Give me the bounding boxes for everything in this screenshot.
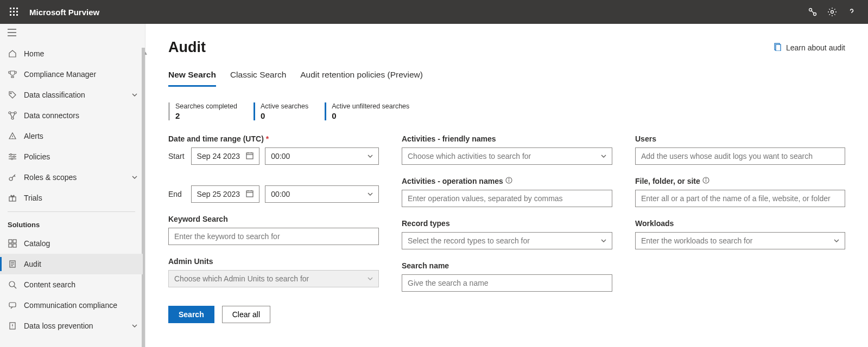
calendar-icon — [246, 190, 254, 199]
waffle-icon[interactable] — [7, 4, 22, 20]
sidebar-item-data-connectors[interactable]: Data connectors — [0, 105, 143, 126]
sidebar-item-roles-scopes[interactable]: Roles & scopes — [0, 167, 143, 188]
users-label: Users — [635, 134, 845, 143]
stat-active-searches: Active searches 0 — [254, 102, 308, 120]
gift-icon — [7, 194, 18, 202]
sidebar-item-label: Roles & scopes — [24, 173, 126, 182]
svg-line-37 — [14, 286, 16, 288]
sidebar-item-audit[interactable]: Audit — [0, 254, 143, 274]
stat-value: 0 — [261, 111, 308, 120]
svg-rect-38 — [9, 303, 16, 307]
svg-point-17 — [14, 112, 16, 114]
chevron-down-icon — [601, 152, 606, 160]
clear-all-button[interactable]: Clear all — [222, 306, 270, 323]
end-time-value: 00:00 — [271, 190, 290, 198]
record-types-placeholder: Select the record types to search for — [408, 236, 530, 245]
keyword-search-label: Keyword Search — [168, 215, 379, 223]
stat-label: Searches completed — [175, 102, 237, 110]
activities-operation-input[interactable] — [408, 194, 606, 203]
stat-value: 0 — [332, 111, 409, 120]
svg-point-16 — [9, 112, 11, 114]
svg-rect-6 — [10, 14, 11, 16]
svg-rect-4 — [13, 11, 15, 12]
sidebar-item-label: Data loss prevention — [24, 322, 126, 330]
sidebar-item-label: Compliance Manager — [24, 70, 143, 79]
search-button[interactable]: Search — [168, 306, 214, 323]
chevron-down-icon — [368, 274, 373, 283]
sidebar-item-data-classification[interactable]: Data classification — [0, 85, 143, 105]
tag-icon — [7, 91, 18, 99]
info-icon[interactable] — [505, 177, 512, 185]
svg-rect-30 — [9, 244, 12, 247]
sidebar-item-alerts[interactable]: Alerts — [0, 126, 143, 146]
sidebar-item-label: Communication compliance — [24, 301, 143, 310]
end-date-picker[interactable]: Sep 25 2023 — [191, 185, 260, 203]
start-time-value: 00:00 — [271, 152, 290, 160]
svg-point-55 — [706, 178, 706, 179]
admin-units-placeholder: Choose which Admin Units to search for — [174, 274, 309, 283]
svg-point-52 — [509, 178, 509, 179]
svg-rect-1 — [13, 8, 15, 9]
activities-friendly-select[interactable]: Choose which activities to search for — [402, 147, 612, 165]
catalog-icon — [7, 239, 18, 248]
sidebar-item-compliance-manager[interactable]: Compliance Manager — [0, 64, 143, 85]
users-input[interactable] — [641, 152, 839, 160]
svg-point-24 — [11, 158, 13, 160]
stat-value: 2 — [175, 111, 237, 120]
sidebar-item-content-search[interactable]: Content search — [0, 274, 143, 295]
sidebar-item-data-loss-prevention[interactable]: Data loss prevention — [0, 316, 143, 336]
help-icon[interactable] — [842, 2, 861, 22]
record-types-label: Record types — [402, 219, 612, 228]
svg-rect-42 — [246, 153, 253, 159]
comm-icon — [7, 301, 18, 310]
sidebar-item-home[interactable]: Home — [0, 43, 143, 64]
info-icon[interactable] — [702, 177, 709, 185]
start-time-picker[interactable]: 00:00 — [265, 147, 379, 165]
start-date-picker[interactable]: Sep 24 2023 — [191, 147, 260, 165]
svg-point-36 — [9, 281, 15, 287]
svg-rect-28 — [9, 240, 12, 243]
sidebar-item-policies[interactable]: Policies — [0, 146, 143, 167]
tabs: New Search Classic Search Audit retentio… — [168, 70, 845, 87]
file-folder-site-input[interactable] — [641, 194, 839, 203]
calendar-icon — [246, 152, 254, 161]
tab-audit-retention-policies[interactable]: Audit retention policies (Preview) — [300, 70, 423, 87]
sidebar-item-catalog[interactable]: Catalog — [0, 233, 143, 254]
sidebar-item-label: Alerts — [24, 132, 143, 140]
gear-icon[interactable] — [822, 2, 842, 22]
key-icon — [7, 173, 18, 182]
activities-friendly-placeholder: Choose which activities to search for — [408, 152, 531, 160]
workloads-select[interactable]: Enter the workloads to search for — [635, 232, 845, 249]
dlp-icon — [7, 322, 18, 330]
alert-icon — [7, 132, 18, 140]
learn-about-link[interactable]: Learn about audit — [774, 43, 845, 53]
svg-point-22 — [10, 154, 12, 156]
chevron-down-icon — [834, 236, 839, 245]
search-name-input[interactable] — [408, 279, 606, 287]
file-folder-site-label: File, folder, or site — [635, 177, 845, 185]
end-date-value: Sep 25 2023 — [197, 190, 240, 198]
main-content: Audit Learn about audit New Search Class… — [145, 24, 868, 347]
connections-icon[interactable] — [803, 2, 822, 22]
sidebar-item-trials[interactable]: Trials — [0, 188, 143, 208]
tab-classic-search[interactable]: Classic Search — [230, 70, 286, 87]
svg-rect-31 — [13, 244, 16, 247]
record-types-select[interactable]: Select the record types to search for — [402, 232, 612, 249]
sidebar-divider — [8, 211, 135, 212]
sidebar-item-label: Content search — [24, 280, 143, 289]
svg-rect-7 — [13, 14, 15, 16]
keyword-search-input[interactable] — [174, 232, 373, 241]
connectors-icon — [7, 111, 18, 120]
search-name-label: Search name — [402, 261, 612, 270]
chevron-down-icon — [368, 190, 373, 198]
stat-label: Active unfiltered searches — [332, 102, 409, 110]
sidebar-item-label: Home — [24, 49, 143, 58]
stats-row: Searches completed 2 Active searches 0 A… — [168, 102, 845, 120]
end-time-picker[interactable]: 00:00 — [265, 185, 379, 203]
sidebar-section-title: Solutions — [0, 215, 143, 233]
admin-units-select[interactable]: Choose which Admin Units to search for — [168, 270, 379, 287]
tab-new-search[interactable]: New Search — [168, 70, 216, 87]
sidebar-item-communication-compliance[interactable]: Communication compliance — [0, 295, 143, 316]
admin-units-label: Admin Units — [168, 257, 379, 266]
hamburger-icon[interactable] — [8, 29, 16, 38]
